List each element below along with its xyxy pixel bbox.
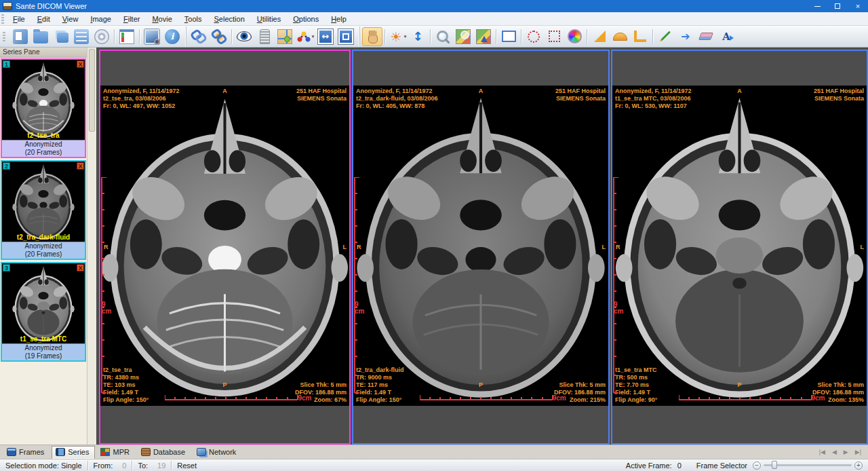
menu-image[interactable]: Image: [84, 14, 117, 24]
tab-mpr[interactable]: MPR: [96, 446, 135, 459]
series-frame-count: (20 Frames): [2, 250, 85, 259]
menu-tools[interactable]: Tools: [178, 14, 208, 24]
media-player-icon: [74, 29, 89, 44]
series-close-icon[interactable]: X: [77, 162, 84, 170]
palette-button[interactable]: [564, 27, 585, 46]
layout-crosshair-button[interactable]: [275, 27, 295, 46]
menu-help[interactable]: Help: [325, 14, 353, 24]
open-file-button[interactable]: [10, 27, 31, 46]
series-frame-count: (20 Frames): [2, 149, 85, 157]
overlay-line: Anonymized, F, 11/14/1972: [103, 88, 180, 95]
polygon-select-button[interactable]: [544, 27, 564, 46]
next-frame-icon[interactable]: ▶: [844, 449, 848, 455]
reset-button[interactable]: Reset: [177, 461, 197, 470]
series-close-icon[interactable]: X: [77, 60, 84, 68]
menu-view[interactable]: View: [56, 14, 85, 24]
eraser-button[interactable]: [696, 27, 716, 46]
scroll-frames-icon: [410, 29, 425, 44]
series-number-badge: 3: [3, 264, 10, 271]
overlay-patient-info: Anonymized, F, 11/14/1972t1_se_tra MTC, …: [615, 88, 692, 110]
unlink-series-button[interactable]: [209, 27, 229, 46]
tab-label: MPR: [113, 448, 129, 456]
properties-window-button[interactable]: [117, 27, 137, 46]
menu-file[interactable]: File: [7, 14, 31, 24]
full-screen-button[interactable]: [336, 27, 356, 46]
first-frame-icon[interactable]: |◀: [819, 449, 825, 455]
open-series-button[interactable]: [51, 27, 71, 46]
tab-network[interactable]: Network: [193, 446, 242, 459]
ellipse-select-button[interactable]: [524, 27, 544, 46]
dropdown-arrow-icon[interactable]: ▾: [312, 34, 315, 39]
menu-filter[interactable]: Filter: [117, 14, 146, 24]
zoom-original-button[interactable]: [473, 27, 494, 46]
series-thumbnail-image: 3 X t1_se_tra MTC: [2, 263, 85, 343]
menu-utilities[interactable]: Utilities: [251, 14, 287, 24]
viewport-1[interactable]: Anonymized, F, 11/14/1972t2_tse_tra, 03/…: [99, 50, 351, 445]
series-thumbnail-2[interactable]: 2 X t2_tra_dark-fluid Anonymized (20 Fra…: [1, 160, 86, 260]
slider-thumb[interactable]: [772, 461, 777, 469]
ellipse-select-icon: [526, 29, 541, 44]
menu-selection[interactable]: Selection: [208, 14, 250, 24]
overlay-line: Fr: 0, WL: 530, WW: 1107: [615, 102, 692, 110]
rect-select-button[interactable]: [498, 27, 519, 46]
zoom-image-button[interactable]: [453, 27, 473, 46]
menu-edit[interactable]: Edit: [31, 14, 56, 24]
series-icon: [56, 448, 65, 456]
series-pane-scrollbar[interactable]: [87, 48, 96, 445]
active-frame-label: Active Frame:: [626, 461, 672, 470]
line-draw-icon: [658, 29, 673, 44]
rect-select-icon: [501, 29, 516, 44]
overlay-line: TE: 117 ms: [356, 381, 404, 389]
open-folder-button[interactable]: [31, 27, 51, 46]
mpr-icon: [100, 448, 110, 456]
series-thumbnail-3[interactable]: 3 X t1_se_tra MTC Anonymized (19 Frames): [1, 262, 86, 362]
overlay-line: t2_tra_dark-fluid, 03/08/2006: [356, 95, 438, 102]
network-icon: [197, 448, 206, 456]
scroll-frames-button[interactable]: [408, 27, 428, 46]
info-button[interactable]: [162, 27, 182, 46]
tab-database[interactable]: Database: [137, 446, 191, 459]
overlay-line: TE: 7.70 ms: [615, 381, 657, 389]
series-number-badge: 1: [3, 60, 10, 68]
dropdown-arrow-icon[interactable]: ▾: [404, 34, 407, 39]
slider-track[interactable]: [764, 464, 852, 466]
line-draw-button[interactable]: [655, 27, 675, 46]
minimize-button[interactable]: [807, 0, 827, 12]
window-level-stack-button[interactable]: [254, 27, 275, 46]
series-close-icon[interactable]: X: [77, 264, 84, 271]
tab-series[interactable]: Series: [52, 446, 95, 459]
triangle-ruler-button[interactable]: [589, 27, 610, 46]
horizontal-ruler-label: 9cm: [553, 394, 566, 402]
open-cd-button[interactable]: [92, 27, 112, 46]
restore-button[interactable]: [827, 0, 848, 12]
text-annotation-button[interactable]: [716, 27, 736, 46]
menu-movie[interactable]: Movie: [146, 14, 178, 24]
arrow-draw-button[interactable]: [675, 27, 696, 46]
zoom-original-icon: [476, 29, 491, 44]
orientation-left-side: L: [861, 244, 865, 250]
close-button[interactable]: ×: [848, 0, 868, 12]
angle-ruler-button[interactable]: [630, 27, 650, 46]
magnifier-button[interactable]: [433, 27, 453, 46]
overlay-sequence-params: t2_tse_traTR: 4380 msTE: 103 msField: 1.…: [103, 366, 149, 404]
last-frame-icon[interactable]: ▶|: [855, 449, 861, 455]
viewport-3[interactable]: Anonymized, F, 11/14/1972t1_se_tra MTC, …: [611, 50, 868, 445]
fit-to-window-button[interactable]: [315, 27, 336, 46]
slider-minus-button[interactable]: −: [753, 461, 761, 470]
eraser-icon: [698, 29, 713, 44]
link-series-button[interactable]: [189, 27, 209, 46]
brightness-button[interactable]: ▾: [387, 27, 408, 46]
tab-label: Series: [68, 448, 89, 456]
viewport-2[interactable]: Anonymized, F, 11/14/1972t2_tra_dark-flu…: [352, 50, 610, 445]
series-thumbnail-1[interactable]: 1 X t2_tse_tra Anonymized (20 Frames): [1, 58, 86, 158]
monitor-export-button[interactable]: [142, 27, 162, 46]
menu-options[interactable]: Options: [287, 14, 325, 24]
prev-frame-icon[interactable]: ◀: [832, 449, 837, 455]
pan-hand-button[interactable]: [362, 27, 382, 46]
protractor-button[interactable]: [610, 27, 630, 46]
tab-frames[interactable]: Frames: [3, 446, 50, 459]
eye-button[interactable]: [234, 27, 254, 46]
series-sync-button[interactable]: ▾: [295, 27, 315, 46]
slider-plus-button[interactable]: +: [854, 461, 863, 470]
media-player-button[interactable]: [71, 27, 92, 46]
